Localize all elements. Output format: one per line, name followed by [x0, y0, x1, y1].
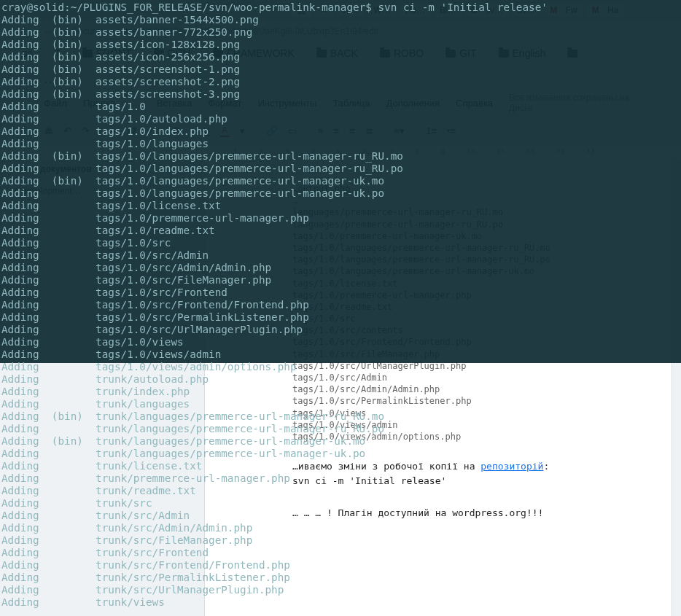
terminal-window[interactable]: cray@solid:~/PLUGINS_FOR_RELEASE/svn/woo…	[0, 0, 408, 616]
repo-link[interactable]: репозиторій	[480, 461, 543, 472]
terminal-output[interactable]: cray@solid:~/PLUGINS_FOR_RELEASE/svn/woo…	[0, 0, 408, 609]
doc-text: :	[543, 461, 549, 472]
